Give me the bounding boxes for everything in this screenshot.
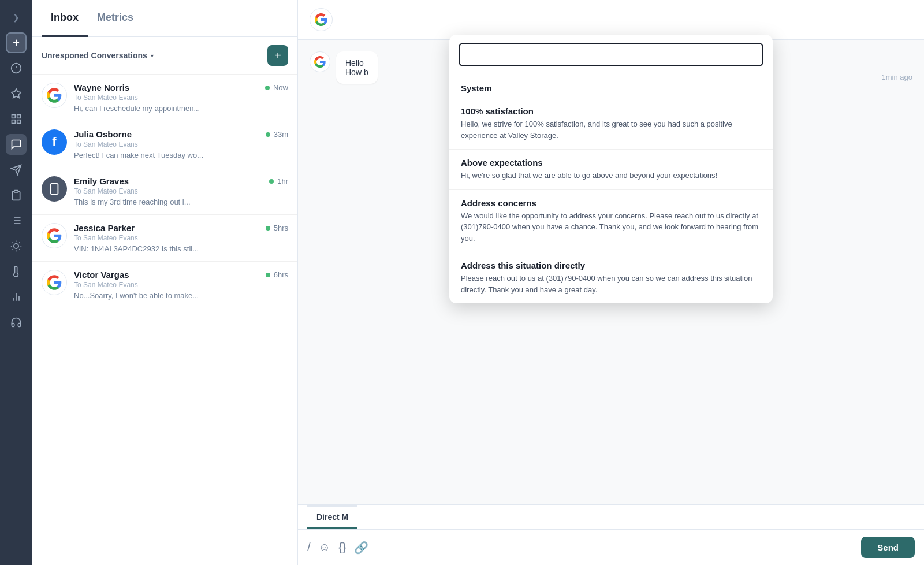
chat-avatar <box>310 8 333 31</box>
slash-command-icon[interactable]: / <box>307 541 311 554</box>
dropdown-item-1[interactable]: Above expectations Hi, we're so glad tha… <box>449 150 773 190</box>
tab-inbox[interactable]: Inbox <box>42 0 88 37</box>
avatar-victor <box>42 270 67 295</box>
send-button[interactable]: Send <box>861 537 915 558</box>
facebook-icon: f <box>52 135 56 150</box>
status-dot-wayne <box>265 86 270 90</box>
compose-bar: / ☺ {} 🔗 Send <box>298 529 924 565</box>
conv-to-wayne: To San Mateo Evans <box>74 94 288 102</box>
unresponded-title: Unresponed Conversations <box>42 51 147 60</box>
dropdown-item-0[interactable]: 100% satisfaction Hello, we strive for 1… <box>449 98 773 150</box>
dropdown-search-container: 🔍 <box>459 43 763 66</box>
emoji-icon[interactable]: ☺ <box>319 541 330 554</box>
svg-marker-3 <box>12 89 21 98</box>
nav-icon-thermometer[interactable] <box>6 261 27 282</box>
main-chat-area: Hello How b 1min ago Direct M / ☺ {} 🔗 S… <box>298 0 924 565</box>
conv-content-jessica: Jessica Parker 5hrs To San Mateo Evans V… <box>74 223 288 253</box>
svg-line-24 <box>13 249 13 250</box>
conv-time-jessica: 5hrs <box>274 224 288 232</box>
nav-icon-bulb[interactable] <box>6 236 27 257</box>
tabs-bar: Inbox Metrics <box>32 0 297 37</box>
conv-name-emily: Emily Graves <box>74 176 129 186</box>
svg-line-21 <box>19 249 20 250</box>
conversation-item-victor[interactable]: Victor Vargas 6hrs To San Mateo Evans No… <box>32 262 297 308</box>
avatar-jessica <box>42 223 67 248</box>
svg-rect-10 <box>14 191 18 192</box>
compose-input[interactable] <box>377 543 853 552</box>
unresponded-header: Unresponed Conversations ▾ + <box>32 37 297 75</box>
status-dot-emily <box>269 179 274 184</box>
conv-to-julia: To San Mateo Evans <box>74 140 288 148</box>
conv-name-wayne: Wayne Norris <box>74 83 129 92</box>
dropdown-item-2[interactable]: Address concerns We would like the oppor… <box>449 190 773 253</box>
dropdown-item-title-1: Above expectations <box>461 158 761 168</box>
inbox-panel: Inbox Metrics Unresponed Conversations ▾… <box>32 0 298 565</box>
dropdown-item-title-2: Address concerns <box>461 198 761 208</box>
conv-time-victor: 6hrs <box>274 270 288 279</box>
tab-metrics[interactable]: Metrics <box>88 0 143 37</box>
expand-nav-button[interactable]: ❯ <box>6 7 27 28</box>
conv-time-julia: 33m <box>274 130 288 139</box>
svg-point-17 <box>14 244 18 248</box>
message-bubble-1: Hello How b <box>336 51 378 84</box>
nav-icon-list[interactable] <box>6 210 27 231</box>
nav-icon-send[interactable] <box>6 159 27 180</box>
svg-rect-6 <box>12 120 16 124</box>
nav-icon-chat[interactable] <box>6 134 27 155</box>
svg-line-20 <box>13 243 13 243</box>
conv-to-victor: To San Mateo Evans <box>74 281 288 289</box>
conversation-item-emily[interactable]: Emily Graves 1hr To San Mateo Evans This… <box>32 168 297 215</box>
bubble-text-1: Hello How b <box>345 58 368 77</box>
chevron-down-icon[interactable]: ▾ <box>151 53 154 59</box>
dropdown-item-title-0: 100% satisfaction <box>461 106 761 116</box>
conv-preview-jessica: VIN: 1N4AL3AP4DC2932 Is this stil... <box>74 244 288 253</box>
conv-preview-victor: No...Soarry, I won't be able to make... <box>74 291 288 300</box>
direct-msg-tab[interactable]: Direct M <box>307 505 357 529</box>
conv-to-jessica: To San Mateo Evans <box>74 234 288 242</box>
svg-rect-7 <box>17 120 21 124</box>
dropdown-item-body-2: We would like the opportunity to address… <box>461 210 761 244</box>
conv-preview-emily: This is my 3rd time reaching out i... <box>74 198 288 206</box>
conversation-item-wayne[interactable]: Wayne Norris Now To San Mateo Evans Hi, … <box>32 75 297 121</box>
add-button[interactable]: + <box>6 32 27 53</box>
conv-preview-julia: Perfect! I can make next Tuesday wo... <box>74 151 288 159</box>
dropdown-search-input[interactable] <box>459 43 763 66</box>
conv-content-julia: Julia Osborne 33m To San Mateo Evans Per… <box>74 129 288 159</box>
dropdown-item-3[interactable]: Address this situation directly Please r… <box>449 252 773 303</box>
conversation-item-julia[interactable]: f Julia Osborne 33m To San Mateo Evans P… <box>32 121 297 168</box>
bubble-avatar-1 <box>310 51 330 72</box>
conv-name-julia: Julia Osborne <box>74 129 132 139</box>
chat-header-bar <box>298 0 924 40</box>
left-navigation: ❯ + <box>0 0 32 565</box>
nav-icon-star[interactable] <box>6 83 27 104</box>
braces-icon[interactable]: {} <box>338 541 346 554</box>
canned-response-dropdown: 🔍 System 100% satisfaction Hello, we str… <box>449 35 773 303</box>
conv-content-emily: Emily Graves 1hr To San Mateo Evans This… <box>74 176 288 206</box>
message-timestamp: 1min ago <box>882 73 912 84</box>
add-conversation-button[interactable]: + <box>267 45 288 66</box>
svg-rect-4 <box>12 115 16 118</box>
compose-icons: / ☺ {} 🔗 <box>307 541 368 555</box>
conv-time-emily: 1hr <box>277 177 288 185</box>
nav-icon-notifications[interactable] <box>6 58 27 79</box>
attachment-icon[interactable]: 🔗 <box>354 541 368 555</box>
svg-rect-5 <box>17 115 21 118</box>
dropdown-section-label: System <box>449 75 773 98</box>
unresponded-left: Unresponed Conversations ▾ <box>42 51 154 60</box>
nav-icon-grid[interactable] <box>6 109 27 129</box>
svg-line-25 <box>19 243 20 243</box>
avatar-emily <box>42 176 67 202</box>
conversation-item-jessica[interactable]: Jessica Parker 5hrs To San Mateo Evans V… <box>32 215 297 262</box>
conv-content-wayne: Wayne Norris Now To San Mateo Evans Hi, … <box>74 83 288 113</box>
nav-icon-headset[interactable] <box>6 312 27 333</box>
nav-icon-clipboard[interactable] <box>6 185 27 206</box>
conv-name-jessica: Jessica Parker <box>74 223 135 233</box>
dropdown-item-body-3: Please reach out to us at (301)790-0400 … <box>461 273 761 295</box>
conv-time-wayne: Now <box>273 83 288 92</box>
direct-msg-tab-bar: Direct M <box>298 504 924 529</box>
avatar-julia: f <box>42 129 67 155</box>
dropdown-item-body-1: Hi, we're so glad that we are able to go… <box>461 170 761 181</box>
nav-icon-bar-chart[interactable] <box>6 287 27 307</box>
status-dot-jessica <box>266 226 270 231</box>
conv-name-victor: Victor Vargas <box>74 270 129 280</box>
